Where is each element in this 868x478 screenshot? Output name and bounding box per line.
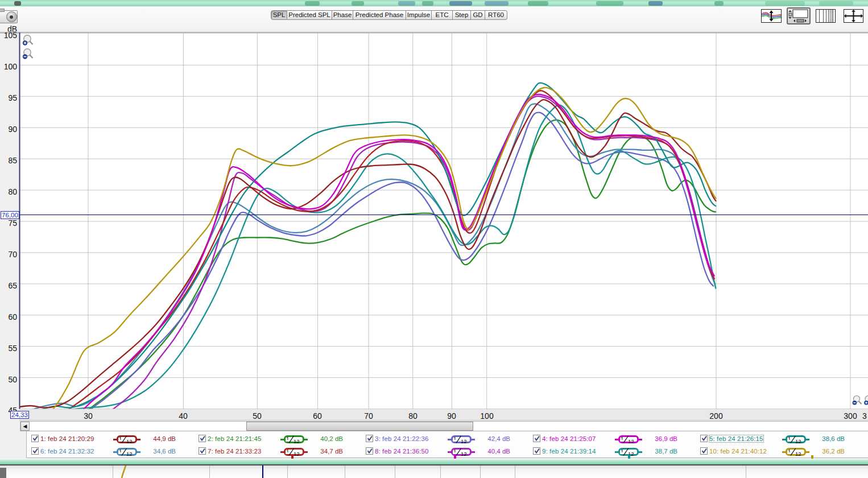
svg-text:1: 1	[621, 448, 623, 454]
svg-text:12: 12	[294, 450, 300, 456]
svg-text:1: 1	[788, 435, 791, 442]
svg-text:1: 1	[453, 448, 456, 454]
svg-text:12: 12	[461, 450, 467, 456]
svg-text:1: 1	[621, 435, 623, 442]
svg-text:1: 1	[453, 435, 456, 442]
svg-text:1: 1	[286, 435, 289, 442]
svg-text:1: 1	[286, 448, 289, 454]
svg-text:12: 12	[126, 438, 133, 444]
svg-text:12: 12	[294, 438, 300, 444]
svg-text:12: 12	[461, 438, 467, 444]
svg-text:12: 12	[795, 438, 801, 444]
svg-text:12: 12	[126, 450, 133, 456]
svg-text:1: 1	[119, 448, 122, 454]
svg-text:1: 1	[119, 435, 122, 442]
svg-text:1: 1	[788, 448, 791, 454]
svg-text:12: 12	[628, 438, 634, 444]
svg-text:12: 12	[795, 450, 801, 456]
